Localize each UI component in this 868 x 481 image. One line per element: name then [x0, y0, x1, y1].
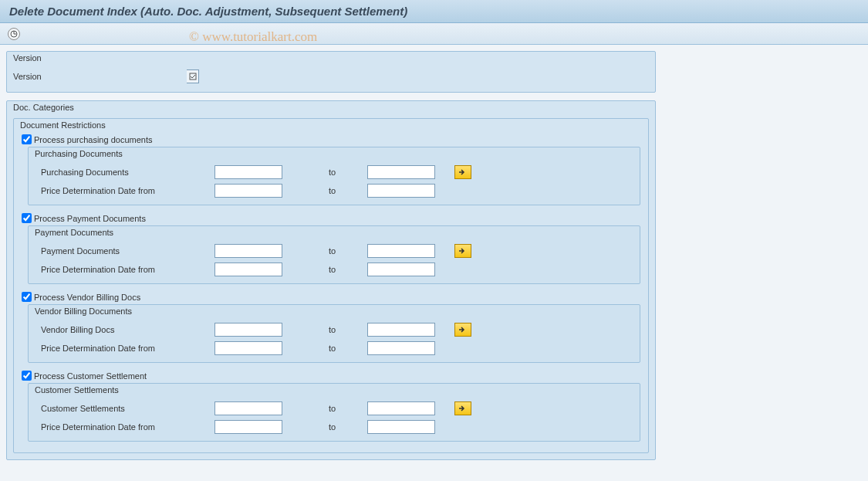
inner-group-body: Vendor Billing DocstoPrice Determination… — [29, 317, 640, 362]
to-label: to — [329, 344, 360, 353]
page-title: Delete Document Index (Auto. Doc. Adjust… — [9, 5, 859, 18]
range-from-input[interactable] — [214, 420, 282, 434]
range-to-input[interactable] — [367, 244, 435, 258]
to-label: to — [329, 265, 360, 274]
content-area: Version Version Doc. Categories Document… — [0, 45, 868, 474]
field-label: Customer Settlements — [35, 404, 214, 413]
field-label: Price Determination Date from — [35, 344, 214, 353]
to-label: to — [329, 246, 360, 256]
range-to-input[interactable] — [367, 184, 435, 198]
field-row: Price Determination Date fromto — [35, 418, 633, 436]
version-f4-button[interactable] — [187, 69, 199, 83]
title-bar: Delete Document Index (Auto. Doc. Adjust… — [0, 0, 868, 23]
process-checkbox[interactable] — [22, 292, 32, 302]
field-row: Purchasing Documentsto — [35, 163, 633, 181]
range-from-input[interactable] — [214, 184, 282, 198]
inner-group: Customer SettlementsCustomer Settlements… — [28, 383, 640, 442]
process-checkbox[interactable] — [22, 213, 32, 223]
field-label: Price Determination Date from — [35, 265, 214, 274]
range-from-input[interactable] — [214, 323, 282, 337]
version-label: Version — [13, 72, 187, 81]
multiple-selection-button[interactable] — [454, 401, 471, 415]
field-label: Price Determination Date from — [35, 186, 214, 195]
process-checkbox[interactable] — [22, 134, 32, 144]
inner-group-body: Customer SettlementstoPrice Determinatio… — [29, 396, 640, 441]
range-from-input[interactable] — [214, 165, 282, 179]
range-to-input[interactable] — [367, 165, 435, 179]
to-label: to — [329, 168, 360, 177]
range-from-input[interactable] — [214, 401, 282, 415]
inner-group-title: Customer Settlements — [29, 384, 640, 396]
field-row: Customer Settlementsto — [35, 399, 633, 418]
version-group: Version Version — [6, 51, 656, 93]
range-from-input[interactable] — [214, 341, 282, 355]
range-from-input[interactable] — [214, 263, 282, 276]
inner-group-title: Purchasing Documents — [29, 147, 640, 160]
inner-group: Purchasing DocumentsPurchasing Documents… — [28, 147, 640, 205]
field-row: Vendor Billing Docsto — [35, 320, 633, 339]
inner-group: Vendor Billing DocumentsVendor Billing D… — [28, 304, 640, 363]
section-checkbox-row: Process Vendor Billing Docs — [20, 292, 642, 302]
section-checkbox-row: Process Customer Settlement — [20, 371, 642, 381]
doc-restrictions-title: Document Restrictions — [14, 119, 648, 130]
field-row: Payment Documentsto — [35, 242, 633, 260]
range-to-input[interactable] — [367, 341, 435, 355]
range-to-input[interactable] — [367, 263, 435, 276]
inner-group-body: Payment DocumentstoPrice Determination D… — [29, 239, 640, 283]
inner-group-body: Purchasing DocumentstoPrice Determinatio… — [29, 160, 640, 205]
to-label: to — [329, 186, 360, 195]
process-checkbox-label: Process Customer Settlement — [34, 371, 147, 381]
field-row: Price Determination Date fromto — [35, 339, 633, 357]
to-label: to — [329, 404, 360, 413]
toolbar — [0, 23, 868, 45]
doc-restrictions-group: Document Restrictions Process purchasing… — [13, 118, 649, 453]
inner-group-title: Payment Documents — [29, 226, 640, 239]
range-to-input[interactable] — [367, 401, 435, 415]
process-checkbox-label: Process Vendor Billing Docs — [34, 293, 140, 302]
process-checkbox[interactable] — [22, 371, 32, 381]
field-label: Vendor Billing Docs — [35, 325, 214, 334]
field-row: Price Determination Date fromto — [35, 181, 633, 200]
multiple-selection-button[interactable] — [454, 244, 471, 258]
inner-group: Payment DocumentsPayment DocumentstoPric… — [28, 225, 640, 284]
process-checkbox-label: Process Payment Documents — [34, 214, 146, 223]
inner-group-title: Vendor Billing Documents — [29, 305, 640, 317]
doc-categories-title: Doc. Categories — [7, 101, 655, 112]
multiple-selection-button[interactable] — [454, 165, 471, 179]
field-label: Payment Documents — [35, 246, 214, 256]
execute-icon[interactable] — [8, 28, 20, 40]
doc-categories-group: Doc. Categories Document Restrictions Pr… — [6, 100, 656, 460]
field-label: Price Determination Date from — [35, 422, 214, 432]
to-label: to — [329, 422, 360, 432]
field-label: Purchasing Documents — [35, 168, 214, 177]
field-row: Price Determination Date fromto — [35, 260, 633, 279]
section-checkbox-row: Process Payment Documents — [20, 213, 642, 223]
version-group-title: Version — [7, 52, 655, 63]
to-label: to — [329, 325, 360, 334]
multiple-selection-button[interactable] — [454, 323, 471, 337]
range-to-input[interactable] — [367, 420, 435, 434]
range-from-input[interactable] — [214, 244, 282, 258]
section-checkbox-row: Process purchasing documents — [20, 134, 642, 144]
process-checkbox-label: Process purchasing documents — [34, 135, 152, 144]
range-to-input[interactable] — [367, 323, 435, 337]
